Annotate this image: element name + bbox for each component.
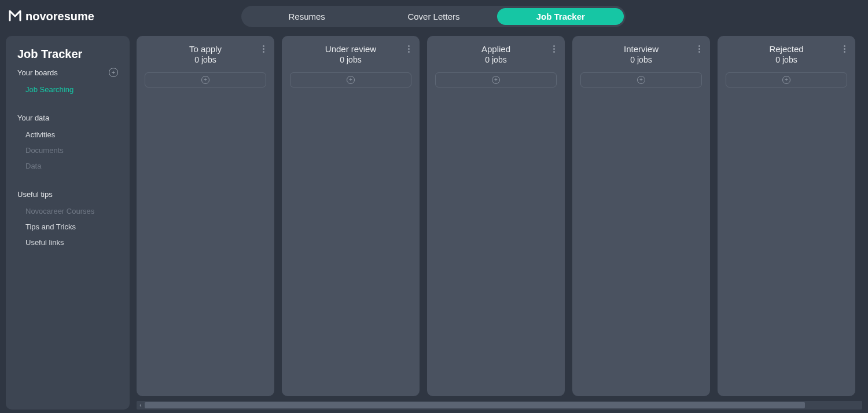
- column-subtitle: 0 jobs: [726, 55, 847, 64]
- tab-cover-letters[interactable]: Cover Letters: [370, 8, 497, 25]
- tips-list: Novocareer Courses Tips and Tricks Usefu…: [17, 203, 118, 250]
- add-card-button[interactable]: +: [726, 72, 847, 87]
- board-area: To apply 0 jobs + Under review 0 jobs: [137, 36, 862, 410]
- column-head: Rejected 0 jobs: [726, 44, 847, 64]
- column-menu-button[interactable]: [549, 45, 559, 53]
- column-head: To apply 0 jobs: [145, 44, 266, 64]
- column-interview: Interview 0 jobs +: [572, 36, 710, 396]
- column-head: Applied 0 jobs: [435, 44, 557, 64]
- column-rejected: Rejected 0 jobs +: [718, 36, 855, 396]
- sidebar-title: Job Tracker: [17, 47, 118, 61]
- plus-icon: +: [782, 76, 790, 84]
- sidebar: Job Tracker Your boards + Job Searching …: [6, 36, 130, 410]
- boards-section-head: Your boards +: [17, 68, 118, 77]
- column-title: Interview: [580, 44, 702, 54]
- column-menu-button[interactable]: [403, 45, 414, 53]
- scrollbar-track[interactable]: [145, 402, 862, 408]
- add-card-button[interactable]: +: [290, 72, 411, 87]
- data-item-activities[interactable]: Activities: [17, 127, 118, 142]
- plus-icon: +: [201, 76, 209, 84]
- column-under-review: Under review 0 jobs +: [282, 36, 420, 396]
- kanban-board: To apply 0 jobs + Under review 0 jobs: [137, 36, 862, 399]
- column-applied: Applied 0 jobs +: [427, 36, 565, 396]
- boards-list: Job Searching: [17, 82, 118, 97]
- plus-icon: +: [492, 76, 500, 84]
- horizontal-scrollbar[interactable]: ‹: [137, 401, 862, 410]
- column-title: Rejected: [726, 44, 847, 54]
- brand-logo[interactable]: novoresume: [8, 8, 94, 25]
- nav-pill: Resumes Cover Letters Job Tracker: [241, 6, 626, 27]
- column-to-apply: To apply 0 jobs +: [137, 36, 274, 396]
- column-title: To apply: [145, 44, 266, 54]
- data-item-documents: Documents: [17, 142, 118, 158]
- column-menu-button[interactable]: [839, 45, 849, 53]
- column-title: Under review: [290, 44, 411, 54]
- column-subtitle: 0 jobs: [580, 55, 702, 64]
- scroll-left-icon[interactable]: ‹: [137, 402, 145, 408]
- main: Job Tracker Your boards + Job Searching …: [0, 32, 868, 413]
- add-board-button[interactable]: +: [109, 68, 118, 77]
- add-card-button[interactable]: +: [435, 72, 557, 87]
- column-menu-button[interactable]: [258, 45, 269, 53]
- boards-label: Your boards: [17, 68, 58, 77]
- app-root: novoresume Resumes Cover Letters Job Tra…: [0, 0, 868, 413]
- data-label: Your data: [17, 114, 49, 122]
- tips-section: Useful tips Novocareer Courses Tips and …: [17, 190, 118, 250]
- add-card-button[interactable]: +: [145, 72, 266, 87]
- plus-icon: +: [637, 76, 645, 84]
- brand-name: novoresume: [25, 10, 94, 23]
- tab-job-tracker[interactable]: Job Tracker: [497, 8, 624, 25]
- column-subtitle: 0 jobs: [435, 55, 557, 64]
- data-section: Your data Activities Documents Data: [17, 114, 118, 174]
- add-card-button[interactable]: +: [580, 72, 702, 87]
- column-title: Applied: [435, 44, 557, 54]
- data-section-head: Your data: [17, 114, 118, 122]
- tab-resumes[interactable]: Resumes: [243, 8, 370, 25]
- column-subtitle: 0 jobs: [145, 55, 266, 64]
- nav-tabs: Resumes Cover Letters Job Tracker: [94, 6, 773, 27]
- column-subtitle: 0 jobs: [290, 55, 411, 64]
- scrollbar-thumb[interactable]: [145, 402, 805, 408]
- tips-item-novocareer: Novocareer Courses: [17, 203, 118, 219]
- data-list: Activities Documents Data: [17, 127, 118, 174]
- column-head: Under review 0 jobs: [290, 44, 411, 64]
- logo-icon: [8, 8, 22, 25]
- column-menu-button[interactable]: [694, 45, 704, 53]
- data-item-data: Data: [17, 158, 118, 174]
- plus-icon: +: [347, 76, 355, 84]
- board-item-job-searching[interactable]: Job Searching: [17, 82, 118, 97]
- tips-section-head: Useful tips: [17, 190, 118, 199]
- column-head: Interview 0 jobs: [580, 44, 702, 64]
- header: novoresume Resumes Cover Letters Job Tra…: [0, 0, 868, 32]
- tips-label: Useful tips: [17, 190, 53, 199]
- tips-item-useful-links[interactable]: Useful links: [17, 235, 118, 250]
- tips-item-tips-tricks[interactable]: Tips and Tricks: [17, 219, 118, 235]
